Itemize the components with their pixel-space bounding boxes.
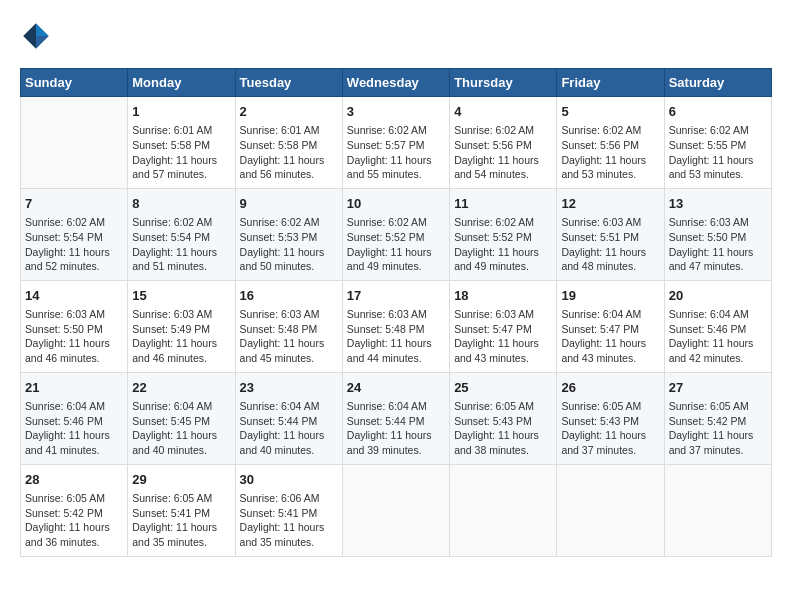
day-info: Sunrise: 6:04 AM Sunset: 5:44 PM Dayligh… <box>240 399 338 458</box>
day-info: Sunrise: 6:05 AM Sunset: 5:42 PM Dayligh… <box>25 491 123 550</box>
day-number: 18 <box>454 287 552 305</box>
calendar-cell: 19Sunrise: 6:04 AM Sunset: 5:47 PM Dayli… <box>557 280 664 372</box>
header-monday: Monday <box>128 69 235 97</box>
day-info: Sunrise: 6:01 AM Sunset: 5:58 PM Dayligh… <box>240 123 338 182</box>
day-info: Sunrise: 6:02 AM Sunset: 5:56 PM Dayligh… <box>454 123 552 182</box>
day-number: 16 <box>240 287 338 305</box>
day-info: Sunrise: 6:02 AM Sunset: 5:52 PM Dayligh… <box>454 215 552 274</box>
day-number: 30 <box>240 471 338 489</box>
calendar-cell: 20Sunrise: 6:04 AM Sunset: 5:46 PM Dayli… <box>664 280 771 372</box>
calendar-cell: 13Sunrise: 6:03 AM Sunset: 5:50 PM Dayli… <box>664 188 771 280</box>
day-info: Sunrise: 6:05 AM Sunset: 5:43 PM Dayligh… <box>561 399 659 458</box>
header-wednesday: Wednesday <box>342 69 449 97</box>
day-number: 14 <box>25 287 123 305</box>
day-number: 12 <box>561 195 659 213</box>
calendar-cell: 22Sunrise: 6:04 AM Sunset: 5:45 PM Dayli… <box>128 372 235 464</box>
day-number: 9 <box>240 195 338 213</box>
day-number: 4 <box>454 103 552 121</box>
day-info: Sunrise: 6:02 AM Sunset: 5:56 PM Dayligh… <box>561 123 659 182</box>
calendar-cell: 21Sunrise: 6:04 AM Sunset: 5:46 PM Dayli… <box>21 372 128 464</box>
day-info: Sunrise: 6:02 AM Sunset: 5:57 PM Dayligh… <box>347 123 445 182</box>
calendar-table: SundayMondayTuesdayWednesdayThursdayFrid… <box>20 68 772 557</box>
day-number: 20 <box>669 287 767 305</box>
calendar-cell: 8Sunrise: 6:02 AM Sunset: 5:54 PM Daylig… <box>128 188 235 280</box>
day-info: Sunrise: 6:03 AM Sunset: 5:50 PM Dayligh… <box>25 307 123 366</box>
calendar-cell: 3Sunrise: 6:02 AM Sunset: 5:57 PM Daylig… <box>342 97 449 189</box>
svg-marker-2 <box>23 36 36 49</box>
day-number: 23 <box>240 379 338 397</box>
logo <box>20 20 56 52</box>
day-info: Sunrise: 6:04 AM Sunset: 5:44 PM Dayligh… <box>347 399 445 458</box>
day-info: Sunrise: 6:05 AM Sunset: 5:41 PM Dayligh… <box>132 491 230 550</box>
calendar-cell: 18Sunrise: 6:03 AM Sunset: 5:47 PM Dayli… <box>450 280 557 372</box>
calendar-cell: 26Sunrise: 6:05 AM Sunset: 5:43 PM Dayli… <box>557 372 664 464</box>
calendar-cell: 12Sunrise: 6:03 AM Sunset: 5:51 PM Dayli… <box>557 188 664 280</box>
day-number: 17 <box>347 287 445 305</box>
header-sunday: Sunday <box>21 69 128 97</box>
calendar-cell: 6Sunrise: 6:02 AM Sunset: 5:55 PM Daylig… <box>664 97 771 189</box>
day-number: 15 <box>132 287 230 305</box>
day-info: Sunrise: 6:03 AM Sunset: 5:50 PM Dayligh… <box>669 215 767 274</box>
day-number: 13 <box>669 195 767 213</box>
calendar-cell <box>21 97 128 189</box>
day-info: Sunrise: 6:05 AM Sunset: 5:43 PM Dayligh… <box>454 399 552 458</box>
calendar-cell: 4Sunrise: 6:02 AM Sunset: 5:56 PM Daylig… <box>450 97 557 189</box>
week-row-3: 14Sunrise: 6:03 AM Sunset: 5:50 PM Dayli… <box>21 280 772 372</box>
day-info: Sunrise: 6:03 AM Sunset: 5:47 PM Dayligh… <box>454 307 552 366</box>
calendar-cell: 15Sunrise: 6:03 AM Sunset: 5:49 PM Dayli… <box>128 280 235 372</box>
calendar-cell <box>664 464 771 556</box>
day-number: 26 <box>561 379 659 397</box>
calendar-cell: 25Sunrise: 6:05 AM Sunset: 5:43 PM Dayli… <box>450 372 557 464</box>
svg-marker-1 <box>23 23 36 36</box>
day-info: Sunrise: 6:02 AM Sunset: 5:55 PM Dayligh… <box>669 123 767 182</box>
day-info: Sunrise: 6:03 AM Sunset: 5:48 PM Dayligh… <box>240 307 338 366</box>
day-info: Sunrise: 6:06 AM Sunset: 5:41 PM Dayligh… <box>240 491 338 550</box>
day-info: Sunrise: 6:04 AM Sunset: 5:46 PM Dayligh… <box>669 307 767 366</box>
day-info: Sunrise: 6:02 AM Sunset: 5:52 PM Dayligh… <box>347 215 445 274</box>
page-header <box>20 20 772 52</box>
day-number: 29 <box>132 471 230 489</box>
calendar-cell: 29Sunrise: 6:05 AM Sunset: 5:41 PM Dayli… <box>128 464 235 556</box>
calendar-cell <box>557 464 664 556</box>
day-number: 27 <box>669 379 767 397</box>
header-thursday: Thursday <box>450 69 557 97</box>
day-number: 8 <box>132 195 230 213</box>
header-friday: Friday <box>557 69 664 97</box>
day-info: Sunrise: 6:03 AM Sunset: 5:51 PM Dayligh… <box>561 215 659 274</box>
day-number: 5 <box>561 103 659 121</box>
day-number: 7 <box>25 195 123 213</box>
calendar-cell: 16Sunrise: 6:03 AM Sunset: 5:48 PM Dayli… <box>235 280 342 372</box>
day-info: Sunrise: 6:04 AM Sunset: 5:47 PM Dayligh… <box>561 307 659 366</box>
calendar-cell: 30Sunrise: 6:06 AM Sunset: 5:41 PM Dayli… <box>235 464 342 556</box>
calendar-cell: 17Sunrise: 6:03 AM Sunset: 5:48 PM Dayli… <box>342 280 449 372</box>
day-number: 3 <box>347 103 445 121</box>
calendar-header-row: SundayMondayTuesdayWednesdayThursdayFrid… <box>21 69 772 97</box>
calendar-cell: 24Sunrise: 6:04 AM Sunset: 5:44 PM Dayli… <box>342 372 449 464</box>
day-number: 21 <box>25 379 123 397</box>
day-number: 25 <box>454 379 552 397</box>
calendar-cell: 5Sunrise: 6:02 AM Sunset: 5:56 PM Daylig… <box>557 97 664 189</box>
calendar-cell: 27Sunrise: 6:05 AM Sunset: 5:42 PM Dayli… <box>664 372 771 464</box>
calendar-cell: 10Sunrise: 6:02 AM Sunset: 5:52 PM Dayli… <box>342 188 449 280</box>
day-number: 22 <box>132 379 230 397</box>
calendar-cell: 1Sunrise: 6:01 AM Sunset: 5:58 PM Daylig… <box>128 97 235 189</box>
day-info: Sunrise: 6:04 AM Sunset: 5:45 PM Dayligh… <box>132 399 230 458</box>
calendar-cell: 11Sunrise: 6:02 AM Sunset: 5:52 PM Dayli… <box>450 188 557 280</box>
day-number: 28 <box>25 471 123 489</box>
day-number: 11 <box>454 195 552 213</box>
svg-marker-0 <box>36 23 49 36</box>
day-number: 19 <box>561 287 659 305</box>
day-number: 24 <box>347 379 445 397</box>
calendar-cell: 7Sunrise: 6:02 AM Sunset: 5:54 PM Daylig… <box>21 188 128 280</box>
header-saturday: Saturday <box>664 69 771 97</box>
calendar-cell: 9Sunrise: 6:02 AM Sunset: 5:53 PM Daylig… <box>235 188 342 280</box>
day-info: Sunrise: 6:02 AM Sunset: 5:53 PM Dayligh… <box>240 215 338 274</box>
day-number: 10 <box>347 195 445 213</box>
calendar-body: 1Sunrise: 6:01 AM Sunset: 5:58 PM Daylig… <box>21 97 772 557</box>
week-row-5: 28Sunrise: 6:05 AM Sunset: 5:42 PM Dayli… <box>21 464 772 556</box>
day-info: Sunrise: 6:03 AM Sunset: 5:48 PM Dayligh… <box>347 307 445 366</box>
week-row-4: 21Sunrise: 6:04 AM Sunset: 5:46 PM Dayli… <box>21 372 772 464</box>
calendar-cell <box>342 464 449 556</box>
calendar-cell: 2Sunrise: 6:01 AM Sunset: 5:58 PM Daylig… <box>235 97 342 189</box>
header-tuesday: Tuesday <box>235 69 342 97</box>
